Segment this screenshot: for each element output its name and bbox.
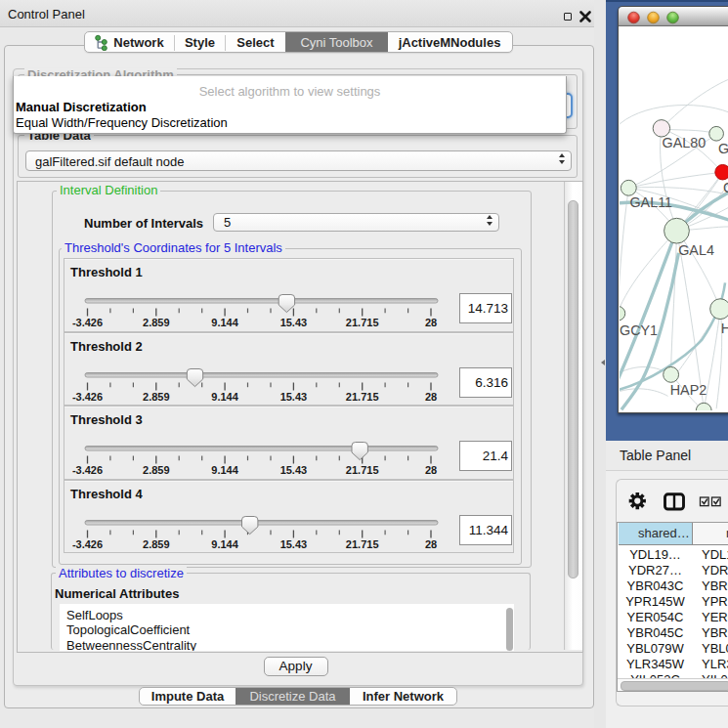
svg-text:GAL4: GAL4 — [678, 242, 714, 258]
svg-text:GAL11: GAL11 — [629, 194, 672, 210]
svg-text:H: H — [720, 321, 728, 336]
svg-text:GAL80: GAL80 — [662, 135, 706, 150]
svg-text:C: C — [723, 180, 728, 195]
svg-text:HAP2: HAP2 — [669, 382, 707, 398]
svg-text:GA: GA — [718, 141, 728, 156]
svg-text:GCY1: GCY1 — [620, 322, 658, 338]
